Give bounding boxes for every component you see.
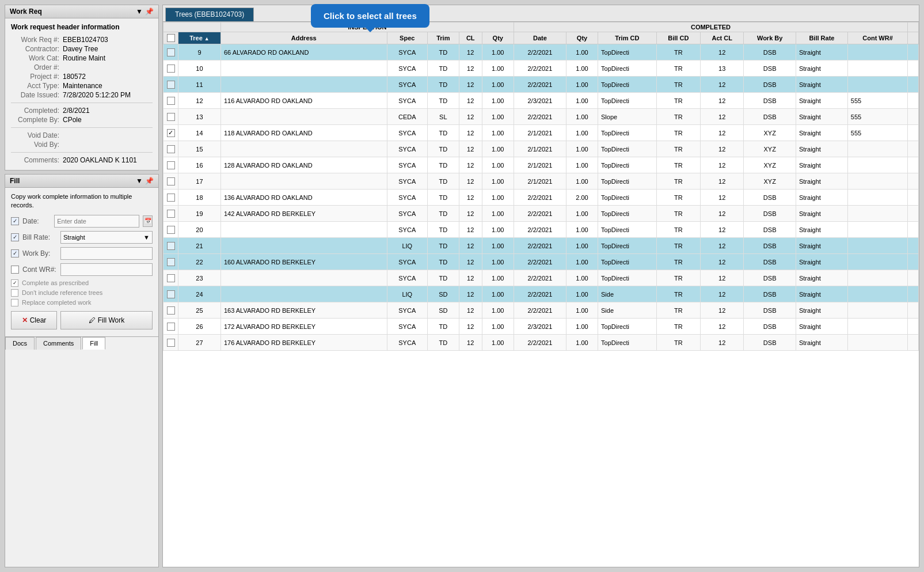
qty-comp: 1.00 [566, 335, 598, 351]
dropdown-arrow-icon[interactable]: ▼ [136, 7, 143, 16]
billrate-checkbox[interactable] [11, 233, 19, 241]
table-row: 25 163 ALVARADO RD BERKELEY SYCA SD 12 1… [163, 302, 919, 319]
fill-pin-icon[interactable]: 📌 [145, 177, 154, 185]
address: 136 ALVARADO RD OAKLAND [220, 190, 387, 206]
contwr-input[interactable] [60, 263, 153, 276]
trim: TD [428, 60, 459, 77]
row-checkbox[interactable] [167, 242, 175, 250]
billrate-dropdown[interactable]: Straight ▼ [60, 231, 153, 244]
row-checkbox[interactable] [167, 306, 175, 315]
header-qty-comp: Qty [566, 32, 598, 44]
bill-cd: TR [656, 157, 700, 173]
row-checkbox[interactable] [167, 161, 175, 169]
table-container[interactable]: INSPECTION COMPLETED Tree ▲ Address Spec… [163, 22, 919, 567]
bill-rate: Straight [796, 270, 847, 286]
tree-number: 16 [178, 157, 221, 173]
tab-comments[interactable]: Comments [36, 337, 81, 350]
table-row: 27 176 ALVARADO RD BERKELEY SYCA TD 12 1… [163, 335, 919, 351]
row-checkbox[interactable]: ✓ [167, 129, 175, 137]
panel-controls: ▼ 📌 [136, 7, 154, 16]
option3-checkbox[interactable] [11, 299, 18, 306]
date-input[interactable] [54, 215, 139, 228]
row-checkbox[interactable] [167, 274, 175, 282]
select-all-checkbox[interactable] [167, 34, 175, 42]
header-tree[interactable]: Tree ▲ [178, 32, 221, 44]
row-checkbox-cell[interactable] [163, 44, 178, 60]
row-checkbox-cell[interactable] [163, 335, 178, 351]
trim-cd: Side [598, 286, 657, 302]
row-checkbox-cell[interactable] [163, 93, 178, 109]
row-checkbox[interactable] [167, 290, 175, 298]
workby-checkbox[interactable] [11, 249, 19, 257]
row-checkbox-cell[interactable] [163, 238, 178, 254]
row-checkbox-cell[interactable] [163, 206, 178, 222]
act-cl: 12 [701, 173, 744, 190]
row-checkbox[interactable] [167, 226, 175, 234]
qty-comp: 1.00 [566, 319, 598, 335]
table-row: 21 LIQ TD 12 1.00 2/2/2021 1.00 TopDirec… [163, 238, 919, 254]
header-checkbox-cell[interactable] [163, 32, 178, 44]
fill-dropdown-arrow-icon[interactable]: ▼ [136, 177, 143, 185]
row-checkbox[interactable] [167, 323, 175, 331]
row-checkbox[interactable] [167, 48, 175, 56]
fill-panel-header: Fill ▼ 📌 [5, 175, 158, 188]
workby-input[interactable] [60, 247, 153, 260]
info-row-voiddate: Void Date: [11, 131, 153, 139]
row-checkbox-cell[interactable] [163, 286, 178, 302]
trees-tab[interactable]: Trees (EBEB1024703) [165, 7, 254, 21]
row-checkbox[interactable] [167, 258, 175, 266]
row-checkbox-cell[interactable] [163, 173, 178, 190]
contwr-checkbox[interactable] [11, 266, 19, 274]
date-field-label: Date: [22, 217, 51, 225]
tree-number: 18 [178, 190, 221, 206]
left-panel: Work Req ▼ 📌 Work request header informa… [5, 5, 159, 567]
row-checkbox[interactable] [167, 194, 175, 202]
row-checkbox-cell[interactable] [163, 302, 178, 319]
row-checkbox-cell[interactable] [163, 109, 178, 125]
bill-cd: TR [656, 173, 700, 190]
date-checkbox[interactable] [11, 217, 19, 225]
fill-work-button[interactable]: 🖊 Fill Work [60, 311, 153, 329]
row-checkbox[interactable] [167, 113, 175, 121]
row-checkbox[interactable] [167, 65, 175, 73]
row-checkbox[interactable] [167, 145, 175, 153]
row-checkbox-cell[interactable] [163, 270, 178, 286]
row-checkbox[interactable] [167, 97, 175, 105]
table-row: ✓ 14 118 ALVARADO RD OAKLAND SYCA TD 12 … [163, 125, 919, 141]
row-checkbox-cell[interactable] [163, 222, 178, 238]
row-checkbox-cell[interactable] [163, 319, 178, 335]
row-checkbox-cell[interactable] [163, 77, 178, 93]
row-checkbox[interactable] [167, 210, 175, 218]
option2-checkbox[interactable] [11, 289, 18, 297]
tree-number: 9 [178, 44, 221, 60]
row-checkbox-cell[interactable] [163, 60, 178, 77]
pin-icon[interactable]: 📌 [145, 7, 154, 16]
clear-button[interactable]: ✕ Clear [11, 311, 57, 329]
bill-rate: Straight [796, 222, 847, 238]
row-checkbox-cell[interactable] [163, 254, 178, 270]
row-checkbox-cell[interactable] [163, 141, 178, 157]
cont-wr: 555 [847, 125, 907, 141]
row-checkbox[interactable] [167, 339, 175, 347]
cont-wr [847, 77, 907, 93]
row-checkbox-cell[interactable] [163, 157, 178, 173]
tab-fill[interactable]: Fill [82, 337, 105, 350]
bill-rate: Straight [796, 335, 847, 351]
tree-number: 15 [178, 141, 221, 157]
info-row-completeby: Complete By: CPole [11, 116, 153, 124]
tab-docs[interactable]: Docs [5, 337, 35, 350]
address [220, 109, 387, 125]
row-checkbox[interactable] [167, 177, 175, 185]
qty-comp: 1.00 [566, 157, 598, 173]
spec: LIQ [387, 238, 427, 254]
spec: SYCA [387, 206, 427, 222]
trim-cd: TopDirecti [598, 93, 657, 109]
calendar-icon[interactable]: 📅 [143, 215, 153, 227]
work-by: DSB [744, 93, 796, 109]
row-checkbox[interactable] [167, 81, 175, 89]
option1-checkbox[interactable] [11, 279, 18, 287]
row-checkbox-cell[interactable]: ✓ [163, 125, 178, 141]
qty-insp: 1.00 [482, 238, 514, 254]
header-workby: Work By [744, 32, 796, 44]
row-checkbox-cell[interactable] [163, 190, 178, 206]
